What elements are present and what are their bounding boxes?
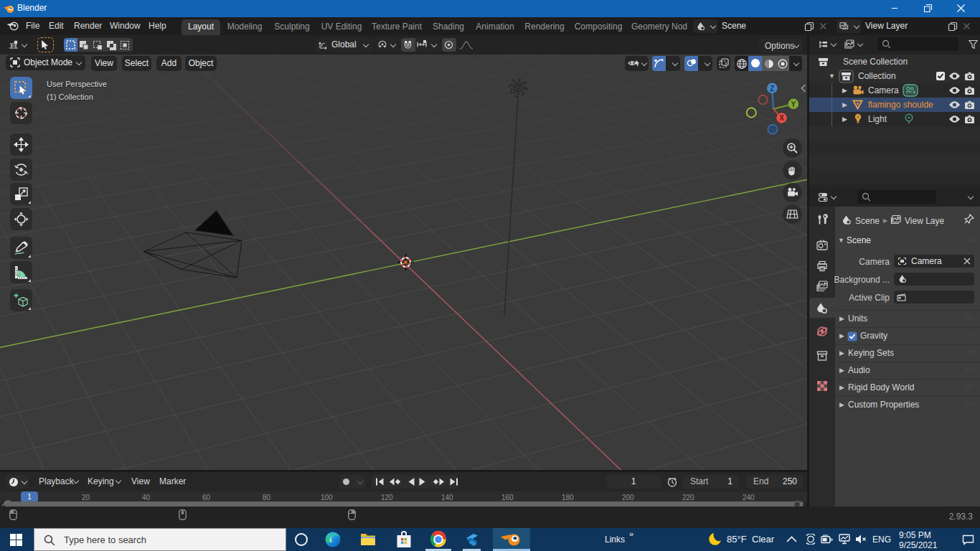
svg-text:Y: Y bbox=[791, 100, 796, 108]
svg-text:X: X bbox=[779, 114, 784, 122]
svg-text:Z: Z bbox=[770, 85, 774, 93]
